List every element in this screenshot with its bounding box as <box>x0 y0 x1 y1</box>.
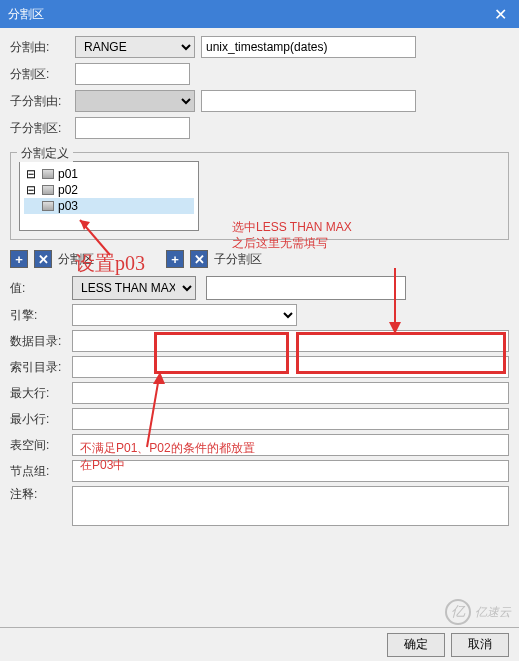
tree-item[interactable]: ⊟ p02 <box>24 182 194 198</box>
watermark: 亿 亿速云 <box>445 599 511 625</box>
sub-partition-by-expr-input[interactable] <box>201 90 416 112</box>
data-dir-input[interactable] <box>72 330 509 352</box>
tree-item-label: p02 <box>58 183 78 197</box>
fieldset-legend: 分割定义 <box>17 145 73 162</box>
tree-item-label: p01 <box>58 167 78 181</box>
value-input[interactable] <box>206 276 406 300</box>
partition-by-expr-input[interactable] <box>201 36 416 58</box>
partition-by-label: 分割由: <box>10 39 75 56</box>
index-dir-input[interactable] <box>72 356 509 378</box>
max-row-input[interactable] <box>72 382 509 404</box>
nodegroup-label: 节点组: <box>10 463 72 480</box>
partition-icon <box>42 185 54 195</box>
comment-textarea[interactable] <box>72 486 509 526</box>
add-partition-button[interactable]: + <box>10 250 28 268</box>
sub-partition-by-select[interactable] <box>75 90 195 112</box>
window-title: 分割区 <box>8 6 44 23</box>
sub-partition-area-label: 子分割区: <box>10 120 75 137</box>
tree-item-label: p03 <box>58 199 78 213</box>
titlebar: 分割区 ✕ <box>0 0 519 28</box>
partition-definition-fieldset: 分割定义 ⊟ p01 ⊟ p02 p03 <box>10 152 509 240</box>
dialog-footer: 确定 取消 <box>0 627 519 661</box>
watermark-text: 亿速云 <box>475 604 511 621</box>
tree-expand-icon: ⊟ <box>26 183 38 197</box>
upper-form: 分割由: RANGE 分割区: 子分割由: 子分割区: <box>0 28 519 148</box>
toolbar-label-partition: 分割区 <box>58 251 94 268</box>
data-dir-label: 数据目录: <box>10 333 72 350</box>
comment-label: 注释: <box>10 486 72 503</box>
cancel-button[interactable]: 取消 <box>451 633 509 657</box>
sub-partition-area-input[interactable] <box>75 117 190 139</box>
partition-by-select[interactable]: RANGE <box>75 36 195 58</box>
toolbar-label-subpartition: 子分割区 <box>214 251 262 268</box>
add-subpartition-button[interactable]: + <box>166 250 184 268</box>
partition-icon <box>42 169 54 179</box>
tree-item[interactable]: ⊟ p01 <box>24 166 194 182</box>
partition-toolbar: + ✕ 分割区 + ✕ 子分割区 <box>0 246 519 272</box>
partition-icon <box>42 201 54 211</box>
min-row-label: 最小行: <box>10 411 72 428</box>
partition-area-input[interactable] <box>75 63 190 85</box>
lower-form: 值: LESS THAN MAX 引擎: 数据目录: 索引目录: 最大行: 最小… <box>0 272 519 534</box>
tree-expand-icon: ⊟ <box>26 167 38 181</box>
engine-select[interactable] <box>72 304 297 326</box>
tablespace-input[interactable] <box>72 434 509 456</box>
nodegroup-input[interactable] <box>72 460 509 482</box>
max-row-label: 最大行: <box>10 385 72 402</box>
tree-item[interactable]: p03 <box>24 198 194 214</box>
close-icon[interactable]: ✕ <box>490 5 511 24</box>
partition-tree[interactable]: ⊟ p01 ⊟ p02 p03 <box>19 161 199 231</box>
remove-subpartition-button[interactable]: ✕ <box>190 250 208 268</box>
tablespace-label: 表空间: <box>10 437 72 454</box>
ok-button[interactable]: 确定 <box>387 633 445 657</box>
min-row-input[interactable] <box>72 408 509 430</box>
sub-partition-by-label: 子分割由: <box>10 93 75 110</box>
engine-label: 引擎: <box>10 307 72 324</box>
partition-area-label: 分割区: <box>10 66 75 83</box>
remove-partition-button[interactable]: ✕ <box>34 250 52 268</box>
value-select[interactable]: LESS THAN MAX <box>72 276 196 300</box>
watermark-icon: 亿 <box>445 599 471 625</box>
index-dir-label: 索引目录: <box>10 359 72 376</box>
value-label: 值: <box>10 280 72 297</box>
